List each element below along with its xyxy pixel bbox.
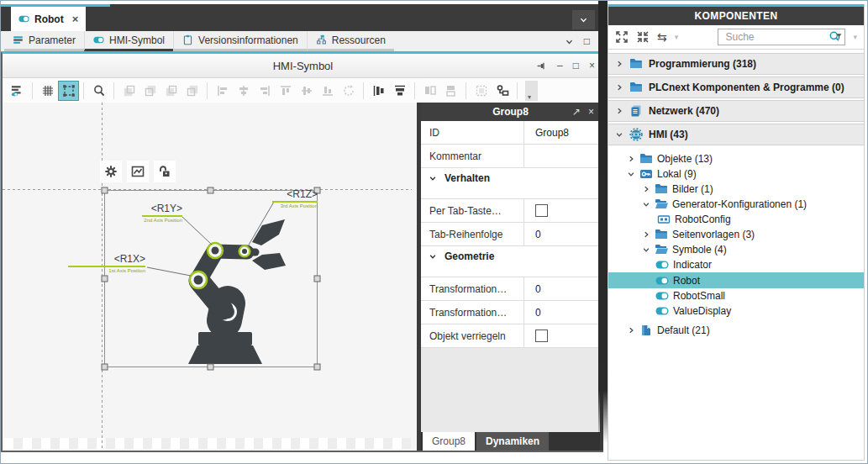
chevron-down-icon: [627, 170, 635, 178]
chevron-down-icon: [615, 130, 623, 139]
zoom-level-dropdown[interactable]: ▾: [525, 81, 538, 101]
distribute-horizontal-button[interactable]: [368, 81, 389, 101]
tree-item-robotsmall[interactable]: RobotSmall: [608, 288, 864, 303]
tree-item-generator-konfigurationen[interactable]: Generator-Konfigurationen (1): [608, 197, 864, 212]
tree-item-valuedisplay[interactable]: ValueDisplay: [608, 303, 864, 319]
tree-item-bilder[interactable]: Bilder (1): [608, 182, 864, 197]
send-backward-button[interactable]: [160, 81, 181, 101]
tree-item-label: Robot: [673, 275, 700, 287]
trend-chart-icon: [131, 165, 145, 178]
align-left-button[interactable]: [212, 81, 233, 101]
robot-symbol[interactable]: [188, 219, 286, 364]
collapse-all-icon[interactable]: [636, 30, 650, 44]
tab-parameter[interactable]: Parameter: [4, 31, 84, 51]
group-frame-icon: [475, 84, 488, 98]
dropdown-arrow-icon[interactable]: ▾: [853, 33, 857, 41]
edit-symbol-button[interactable]: [7, 81, 28, 101]
tree-item-symbole[interactable]: Symbole (4): [608, 242, 864, 257]
tab-robot[interactable]: Robot ×: [11, 7, 86, 31]
distribute-vertical-button[interactable]: [389, 81, 410, 101]
tree-item-robot[interactable]: Robot: [608, 272, 864, 288]
tree-item-default[interactable]: Default (21): [608, 322, 864, 339]
section-spacer: [421, 266, 600, 277]
dropdown-arrow-icon[interactable]: ▾: [675, 33, 679, 41]
bring-to-front-button[interactable]: [118, 81, 139, 101]
property-value-tabindex[interactable]: 0: [524, 223, 600, 245]
tree-item-objekte[interactable]: Objekte (13): [608, 151, 864, 166]
sync-arrows-icon[interactable]: ⇆: [657, 30, 667, 44]
search-filter-icon[interactable]: [829, 30, 842, 44]
properties-bottom-tabs: Group8 Dynamiken: [421, 432, 600, 451]
maximize-icon[interactable]: □: [573, 61, 579, 71]
section-verhalten[interactable]: Verhalten: [421, 168, 600, 188]
object-trend-chip[interactable]: [127, 161, 149, 182]
expand-all-icon[interactable]: [615, 30, 629, 44]
same-width-button[interactable]: [419, 81, 440, 101]
property-row-id: ID Group8: [421, 121, 600, 145]
tab-versionsinformationen[interactable]: Versionsinformationen: [173, 31, 307, 51]
send-to-back-button[interactable]: [181, 81, 203, 101]
folder-icon: [639, 152, 653, 166]
tabstop-checkbox[interactable]: [535, 204, 548, 217]
same-height-button[interactable]: [440, 81, 461, 101]
leader-line-r1y: [182, 217, 212, 245]
search-input[interactable]: [720, 30, 829, 44]
minimize-icon[interactable]: –: [557, 61, 563, 71]
close-icon[interactable]: ×: [588, 106, 594, 118]
hmi-children: Objekte (13) Lokal (9) Bilder (1) Genera…: [608, 151, 864, 339]
chevron-down-icon: [642, 245, 650, 254]
tree-item-lokal[interactable]: Lokal (9): [608, 166, 864, 182]
property-value-id[interactable]: Group8: [524, 121, 600, 144]
komponenten-tree: Programmierung (318) PLCnext Komponenten…: [608, 50, 864, 339]
snap-frame-button[interactable]: [58, 81, 79, 101]
connector-button[interactable]: [492, 81, 513, 101]
property-value-transformation-2[interactable]: 0: [524, 301, 600, 324]
section-spacer: [421, 188, 600, 199]
property-value-kommentar[interactable]: [524, 145, 600, 167]
tab-group8[interactable]: Group8: [423, 432, 475, 451]
tree-item-programmierung[interactable]: Programmierung (318): [608, 53, 864, 75]
toolbar-separator: [113, 82, 114, 99]
komponenten-title: KOMPONENTEN: [694, 10, 777, 22]
align-top-button[interactable]: [275, 81, 296, 101]
property-value-transformation-1[interactable]: 0: [524, 277, 600, 300]
tree-item-seitenvorlagen[interactable]: Seitenvorlagen (3): [608, 227, 864, 242]
panel-divider[interactable]: [598, 1, 608, 444]
tree-item-hmi[interactable]: HMI (43): [608, 124, 864, 145]
tab-ressourcen[interactable]: Ressourcen: [307, 31, 394, 51]
tab-close-icon[interactable]: ×: [72, 13, 79, 25]
chevron-down-icon[interactable]: [565, 37, 574, 46]
close-icon[interactable]: ×: [589, 61, 595, 71]
align-middle-button[interactable]: [296, 81, 317, 101]
tree-item-robotconfig[interactable]: RobotConfig: [608, 212, 864, 227]
object-settings-chip[interactable]: [100, 161, 122, 182]
grid-toggle-button[interactable]: [37, 81, 58, 101]
annotation-r1y-sub: 2nd Axis Position: [142, 217, 182, 224]
tab-hmi-symbol[interactable]: HMI-Symbol: [84, 31, 173, 51]
popout-icon[interactable]: ↗: [572, 106, 581, 118]
rotate-button[interactable]: [338, 81, 359, 101]
property-label: Objekt verriegeln: [421, 324, 524, 347]
tree-item-plcnext-komponenten[interactable]: PLCnext Komponenten & Programme (0): [608, 76, 864, 98]
tab-list-button[interactable]: [572, 10, 595, 29]
zoom-button[interactable]: [88, 81, 109, 101]
maximize-icon[interactable]: □: [584, 35, 590, 47]
tree-item-label: Programmierung (318): [649, 58, 756, 70]
section-geometrie[interactable]: Geometrie: [421, 246, 600, 266]
toolbar-separator: [517, 82, 518, 99]
chevron-right-icon: [615, 60, 623, 68]
pin-icon[interactable]: [536, 61, 547, 71]
align-right-button[interactable]: [254, 81, 275, 101]
group-frame-button[interactable]: [471, 81, 492, 101]
tab-dynamiken[interactable]: Dynamiken: [476, 432, 549, 451]
annotation-r1x-name: <R1X>: [68, 254, 145, 265]
align-center-button[interactable]: [233, 81, 254, 101]
lock-checkbox[interactable]: [535, 330, 548, 342]
tree-item-label: ValueDisplay: [673, 305, 731, 317]
tree-item-indicator[interactable]: Indicator: [608, 257, 864, 272]
tree-item-netzwerk[interactable]: Netzwerk (470): [608, 100, 864, 122]
align-bottom-button[interactable]: [317, 81, 338, 101]
bring-forward-button[interactable]: [139, 81, 160, 101]
object-unlock-chip[interactable]: [154, 161, 176, 182]
properties-panel-header: Group8 ↗ ×: [421, 103, 600, 121]
